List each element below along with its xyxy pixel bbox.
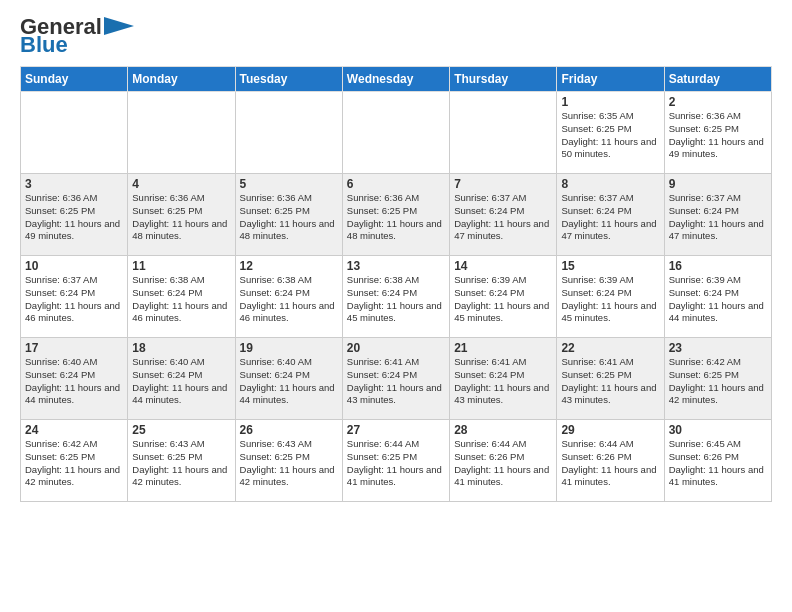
calendar-cell: 29Sunrise: 6:44 AM Sunset: 6:26 PM Dayli… bbox=[557, 420, 664, 502]
day-number: 3 bbox=[25, 177, 123, 191]
logo-blue: Blue bbox=[20, 34, 68, 56]
weekday-header-sunday: Sunday bbox=[21, 67, 128, 92]
day-info: Sunrise: 6:39 AM Sunset: 6:24 PM Dayligh… bbox=[561, 274, 659, 325]
calendar-cell: 23Sunrise: 6:42 AM Sunset: 6:25 PM Dayli… bbox=[664, 338, 771, 420]
day-info: Sunrise: 6:36 AM Sunset: 6:25 PM Dayligh… bbox=[132, 192, 230, 243]
day-info: Sunrise: 6:40 AM Sunset: 6:24 PM Dayligh… bbox=[240, 356, 338, 407]
day-number: 6 bbox=[347, 177, 445, 191]
calendar-cell: 22Sunrise: 6:41 AM Sunset: 6:25 PM Dayli… bbox=[557, 338, 664, 420]
day-number: 25 bbox=[132, 423, 230, 437]
day-info: Sunrise: 6:40 AM Sunset: 6:24 PM Dayligh… bbox=[25, 356, 123, 407]
calendar-cell: 11Sunrise: 6:38 AM Sunset: 6:24 PM Dayli… bbox=[128, 256, 235, 338]
day-number: 8 bbox=[561, 177, 659, 191]
calendar-cell: 19Sunrise: 6:40 AM Sunset: 6:24 PM Dayli… bbox=[235, 338, 342, 420]
day-number: 1 bbox=[561, 95, 659, 109]
calendar-cell bbox=[450, 92, 557, 174]
day-number: 12 bbox=[240, 259, 338, 273]
day-info: Sunrise: 6:44 AM Sunset: 6:26 PM Dayligh… bbox=[561, 438, 659, 489]
calendar-cell: 15Sunrise: 6:39 AM Sunset: 6:24 PM Dayli… bbox=[557, 256, 664, 338]
calendar-cell: 1Sunrise: 6:35 AM Sunset: 6:25 PM Daylig… bbox=[557, 92, 664, 174]
calendar-cell bbox=[342, 92, 449, 174]
calendar-cell: 28Sunrise: 6:44 AM Sunset: 6:26 PM Dayli… bbox=[450, 420, 557, 502]
weekday-header-friday: Friday bbox=[557, 67, 664, 92]
day-number: 29 bbox=[561, 423, 659, 437]
day-number: 5 bbox=[240, 177, 338, 191]
calendar-cell: 2Sunrise: 6:36 AM Sunset: 6:25 PM Daylig… bbox=[664, 92, 771, 174]
day-info: Sunrise: 6:43 AM Sunset: 6:25 PM Dayligh… bbox=[240, 438, 338, 489]
day-number: 20 bbox=[347, 341, 445, 355]
calendar-cell: 21Sunrise: 6:41 AM Sunset: 6:24 PM Dayli… bbox=[450, 338, 557, 420]
calendar-cell: 13Sunrise: 6:38 AM Sunset: 6:24 PM Dayli… bbox=[342, 256, 449, 338]
day-number: 16 bbox=[669, 259, 767, 273]
calendar-cell bbox=[235, 92, 342, 174]
day-info: Sunrise: 6:37 AM Sunset: 6:24 PM Dayligh… bbox=[669, 192, 767, 243]
day-number: 9 bbox=[669, 177, 767, 191]
weekday-header-saturday: Saturday bbox=[664, 67, 771, 92]
day-info: Sunrise: 6:37 AM Sunset: 6:24 PM Dayligh… bbox=[454, 192, 552, 243]
day-info: Sunrise: 6:41 AM Sunset: 6:24 PM Dayligh… bbox=[454, 356, 552, 407]
day-info: Sunrise: 6:37 AM Sunset: 6:24 PM Dayligh… bbox=[25, 274, 123, 325]
day-info: Sunrise: 6:38 AM Sunset: 6:24 PM Dayligh… bbox=[240, 274, 338, 325]
day-number: 23 bbox=[669, 341, 767, 355]
day-info: Sunrise: 6:36 AM Sunset: 6:25 PM Dayligh… bbox=[25, 192, 123, 243]
calendar-cell: 8Sunrise: 6:37 AM Sunset: 6:24 PM Daylig… bbox=[557, 174, 664, 256]
day-number: 19 bbox=[240, 341, 338, 355]
day-number: 18 bbox=[132, 341, 230, 355]
logo-arrow-icon bbox=[104, 15, 134, 37]
day-info: Sunrise: 6:40 AM Sunset: 6:24 PM Dayligh… bbox=[132, 356, 230, 407]
calendar-cell: 25Sunrise: 6:43 AM Sunset: 6:25 PM Dayli… bbox=[128, 420, 235, 502]
day-info: Sunrise: 6:38 AM Sunset: 6:24 PM Dayligh… bbox=[347, 274, 445, 325]
calendar-cell: 18Sunrise: 6:40 AM Sunset: 6:24 PM Dayli… bbox=[128, 338, 235, 420]
svg-marker-0 bbox=[104, 17, 134, 35]
day-number: 10 bbox=[25, 259, 123, 273]
calendar-cell bbox=[128, 92, 235, 174]
calendar-cell: 20Sunrise: 6:41 AM Sunset: 6:24 PM Dayli… bbox=[342, 338, 449, 420]
day-info: Sunrise: 6:36 AM Sunset: 6:25 PM Dayligh… bbox=[669, 110, 767, 161]
day-number: 22 bbox=[561, 341, 659, 355]
day-number: 30 bbox=[669, 423, 767, 437]
day-info: Sunrise: 6:45 AM Sunset: 6:26 PM Dayligh… bbox=[669, 438, 767, 489]
day-info: Sunrise: 6:43 AM Sunset: 6:25 PM Dayligh… bbox=[132, 438, 230, 489]
day-info: Sunrise: 6:42 AM Sunset: 6:25 PM Dayligh… bbox=[669, 356, 767, 407]
calendar-cell: 14Sunrise: 6:39 AM Sunset: 6:24 PM Dayli… bbox=[450, 256, 557, 338]
calendar-cell: 6Sunrise: 6:36 AM Sunset: 6:25 PM Daylig… bbox=[342, 174, 449, 256]
day-number: 15 bbox=[561, 259, 659, 273]
calendar-cell: 26Sunrise: 6:43 AM Sunset: 6:25 PM Dayli… bbox=[235, 420, 342, 502]
calendar-cell: 9Sunrise: 6:37 AM Sunset: 6:24 PM Daylig… bbox=[664, 174, 771, 256]
day-number: 11 bbox=[132, 259, 230, 273]
day-info: Sunrise: 6:39 AM Sunset: 6:24 PM Dayligh… bbox=[454, 274, 552, 325]
weekday-header-thursday: Thursday bbox=[450, 67, 557, 92]
day-info: Sunrise: 6:36 AM Sunset: 6:25 PM Dayligh… bbox=[347, 192, 445, 243]
calendar-cell: 4Sunrise: 6:36 AM Sunset: 6:25 PM Daylig… bbox=[128, 174, 235, 256]
day-number: 28 bbox=[454, 423, 552, 437]
day-number: 24 bbox=[25, 423, 123, 437]
weekday-header-monday: Monday bbox=[128, 67, 235, 92]
day-info: Sunrise: 6:38 AM Sunset: 6:24 PM Dayligh… bbox=[132, 274, 230, 325]
calendar-header-row: SundayMondayTuesdayWednesdayThursdayFrid… bbox=[21, 67, 772, 92]
day-info: Sunrise: 6:36 AM Sunset: 6:25 PM Dayligh… bbox=[240, 192, 338, 243]
weekday-header-tuesday: Tuesday bbox=[235, 67, 342, 92]
calendar-cell: 27Sunrise: 6:44 AM Sunset: 6:25 PM Dayli… bbox=[342, 420, 449, 502]
weekday-header-wednesday: Wednesday bbox=[342, 67, 449, 92]
calendar-cell: 17Sunrise: 6:40 AM Sunset: 6:24 PM Dayli… bbox=[21, 338, 128, 420]
day-number: 4 bbox=[132, 177, 230, 191]
calendar-cell: 7Sunrise: 6:37 AM Sunset: 6:24 PM Daylig… bbox=[450, 174, 557, 256]
day-number: 13 bbox=[347, 259, 445, 273]
day-info: Sunrise: 6:37 AM Sunset: 6:24 PM Dayligh… bbox=[561, 192, 659, 243]
day-number: 27 bbox=[347, 423, 445, 437]
day-info: Sunrise: 6:44 AM Sunset: 6:25 PM Dayligh… bbox=[347, 438, 445, 489]
calendar-cell bbox=[21, 92, 128, 174]
calendar-table: SundayMondayTuesdayWednesdayThursdayFrid… bbox=[20, 66, 772, 502]
calendar-cell: 10Sunrise: 6:37 AM Sunset: 6:24 PM Dayli… bbox=[21, 256, 128, 338]
page: General Blue SundayMondayTuesdayWednesda… bbox=[0, 0, 792, 612]
day-number: 26 bbox=[240, 423, 338, 437]
day-number: 2 bbox=[669, 95, 767, 109]
day-info: Sunrise: 6:41 AM Sunset: 6:25 PM Dayligh… bbox=[561, 356, 659, 407]
day-number: 17 bbox=[25, 341, 123, 355]
day-info: Sunrise: 6:39 AM Sunset: 6:24 PM Dayligh… bbox=[669, 274, 767, 325]
day-info: Sunrise: 6:41 AM Sunset: 6:24 PM Dayligh… bbox=[347, 356, 445, 407]
calendar-cell: 16Sunrise: 6:39 AM Sunset: 6:24 PM Dayli… bbox=[664, 256, 771, 338]
day-number: 14 bbox=[454, 259, 552, 273]
header: General Blue bbox=[20, 16, 772, 56]
calendar-cell: 12Sunrise: 6:38 AM Sunset: 6:24 PM Dayli… bbox=[235, 256, 342, 338]
